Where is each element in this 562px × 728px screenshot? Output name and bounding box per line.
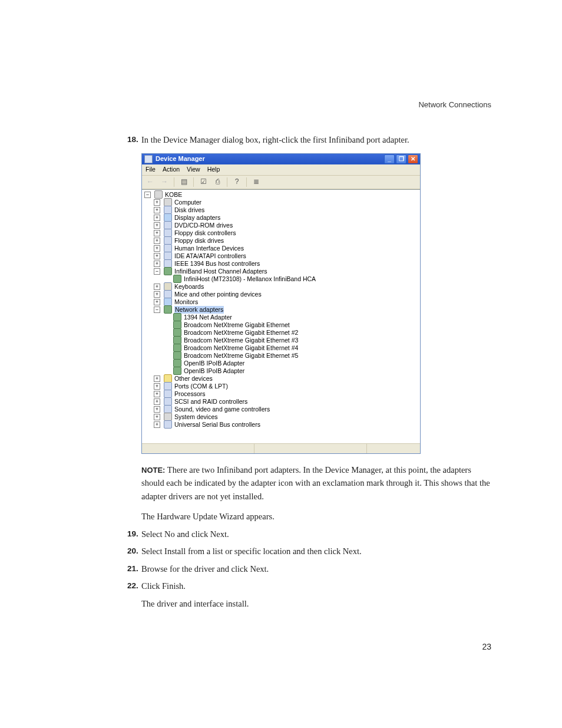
- step-22-text: Click Finish.: [141, 581, 186, 591]
- label: Monitors: [174, 298, 198, 306]
- label: OpenIB IPoIB Adapter: [184, 367, 244, 375]
- ieee1394-icon: [164, 259, 172, 268]
- nav-back-icon[interactable]: ←: [144, 176, 156, 188]
- label: System devices: [174, 413, 218, 421]
- tree-item-other-devices[interactable]: +Other devices: [154, 375, 420, 383]
- label: InfiniHost (MT23108) - Mellanox InfiniBa…: [184, 275, 316, 283]
- tree-item-broadcom-2[interactable]: Broadcom NetXtreme Gigabit Ethernet #2: [163, 329, 420, 337]
- menu-action[interactable]: Action: [163, 165, 180, 173]
- tree-item-usb[interactable]: +Universal Serial Bus controllers: [154, 421, 420, 429]
- step-20-text: Select Install from a list or specific l…: [141, 546, 362, 556]
- expand-icon[interactable]: +: [154, 199, 160, 206]
- tree-item-system-devices[interactable]: +System devices: [154, 413, 420, 421]
- tree-item-mice[interactable]: +Mice and other pointing devices: [154, 291, 420, 298]
- print-icon[interactable]: ⎙: [211, 176, 223, 188]
- scan-hardware-icon[interactable]: ≣: [250, 176, 262, 188]
- label: Sound, video and game controllers: [174, 406, 270, 413]
- tree-item-ieee1394[interactable]: +IEEE 1394 Bus host controllers: [154, 260, 420, 268]
- expand-icon[interactable]: +: [154, 222, 160, 229]
- expand-icon[interactable]: +: [154, 238, 160, 244]
- tree-item-broadcom-5[interactable]: Broadcom NetXtreme Gigabit Ethernet #5: [163, 352, 420, 360]
- toolbar-separator: [246, 177, 247, 187]
- tree-item-disk-drives[interactable]: +Disk drives: [154, 206, 420, 214]
- expand-icon[interactable]: +: [154, 421, 160, 428]
- label: Floppy disk drives: [174, 237, 224, 245]
- device-tree-pane: − KOBE +Computer +Disk drives +Display a…: [142, 189, 420, 443]
- expand-icon[interactable]: +: [154, 215, 160, 221]
- window-titlebar[interactable]: Device Manager _ ❐ ✕: [142, 154, 420, 164]
- running-header: Network Connections: [418, 100, 491, 109]
- menu-view[interactable]: View: [187, 165, 200, 173]
- tree-item-scsi[interactable]: +SCSI and RAID controllers: [154, 398, 420, 406]
- nav-forward-icon[interactable]: →: [158, 176, 170, 188]
- menu-help[interactable]: Help: [207, 165, 220, 173]
- show-hide-tree-icon[interactable]: ▤: [178, 176, 190, 188]
- expand-icon[interactable]: +: [154, 261, 160, 267]
- note-block: NOTE: There are two Infiniband port adap…: [141, 463, 491, 503]
- label: Mice and other pointing devices: [174, 291, 262, 298]
- expand-icon[interactable]: +: [154, 398, 160, 405]
- ports-icon: [164, 382, 172, 390]
- tree-root[interactable]: − KOBE: [144, 191, 420, 199]
- usb-icon: [164, 420, 172, 429]
- tree-item-floppy[interactable]: +Floppy disk drives: [154, 237, 420, 245]
- tree-item-display-adapters[interactable]: +Display adapters: [154, 214, 420, 222]
- tree-item-processors[interactable]: +Processors: [154, 390, 420, 398]
- tree-item-broadcom-4[interactable]: Broadcom NetXtreme Gigabit Ethernet #4: [163, 344, 420, 352]
- tree-item-infinihost[interactable]: InfiniHost (MT23108) - Mellanox InfiniBa…: [163, 275, 420, 283]
- expand-blank: [163, 314, 170, 321]
- expand-icon[interactable]: +: [154, 414, 160, 420]
- collapse-icon[interactable]: −: [144, 192, 151, 198]
- tree-item-floppy-ctrl[interactable]: +Floppy disk controllers: [154, 229, 420, 237]
- adapter-icon: [173, 359, 181, 367]
- tree-item-hid[interactable]: +Human Interface Devices: [154, 245, 420, 252]
- tree-item-ide[interactable]: +IDE ATA/ATAPI controllers: [154, 252, 420, 260]
- step-19: 19. Select No and click Next.: [127, 529, 491, 541]
- label: OpenIB IPoIB Adapter: [184, 360, 244, 367]
- expand-icon[interactable]: +: [154, 375, 160, 382]
- tree-item-keyboards[interactable]: +Keyboards: [154, 283, 420, 291]
- expand-icon[interactable]: +: [154, 284, 160, 290]
- expand-icon[interactable]: +: [154, 299, 160, 305]
- tree-item-sound[interactable]: +Sound, video and game controllers: [154, 406, 420, 413]
- tree-item-ports[interactable]: +Ports (COM & LPT): [154, 383, 420, 390]
- expand-icon[interactable]: +: [154, 383, 160, 390]
- close-button[interactable]: ✕: [408, 154, 418, 164]
- tree-item-openib-1[interactable]: OpenIB IPoIB Adapter: [163, 360, 420, 367]
- expand-icon[interactable]: +: [154, 406, 160, 413]
- note-label: NOTE:: [141, 466, 165, 475]
- label: Broadcom NetXtreme Gigabit Ethernet #5: [184, 352, 298, 360]
- expand-icon[interactable]: +: [154, 391, 160, 397]
- label: SCSI and RAID controllers: [174, 398, 247, 406]
- tree-item-computer[interactable]: +Computer: [154, 199, 420, 206]
- paragraph-install: The driver and interface install.: [141, 598, 491, 610]
- tree-item-1394-net[interactable]: 1394 Net Adapter: [163, 314, 420, 321]
- help-icon[interactable]: ?: [231, 176, 243, 188]
- menu-file[interactable]: File: [146, 165, 156, 173]
- label: Human Interface Devices: [174, 245, 244, 252]
- tree-item-openib-2[interactable]: OpenIB IPoIB Adapter: [163, 367, 420, 375]
- label: Floppy disk controllers: [174, 229, 236, 237]
- expand-icon[interactable]: +: [154, 291, 160, 298]
- tree-item-broadcom-3[interactable]: Broadcom NetXtreme Gigabit Ethernet #3: [163, 337, 420, 344]
- tree-item-dvd[interactable]: +DVD/CD-ROM drives: [154, 222, 420, 229]
- tree-item-broadcom-1[interactable]: Broadcom NetXtreme Gigabit Ethernet: [163, 321, 420, 329]
- label: 1394 Net Adapter: [184, 314, 232, 321]
- expand-icon[interactable]: +: [154, 245, 160, 252]
- tree-item-monitors[interactable]: +Monitors: [154, 298, 420, 306]
- adapter-icon: [173, 313, 181, 321]
- tree-item-network-adapters[interactable]: −Network adapters: [154, 306, 420, 314]
- minimize-button[interactable]: _: [384, 154, 395, 164]
- expand-blank: [163, 353, 170, 359]
- label: Computer: [174, 199, 201, 206]
- label: Disk drives: [174, 206, 204, 214]
- tree-item-infiniband-hca[interactable]: −InfiniBand Host Channel Adapters: [154, 268, 420, 275]
- collapse-icon[interactable]: −: [154, 307, 160, 313]
- expand-blank: [163, 330, 170, 336]
- maximize-button[interactable]: ❐: [396, 154, 406, 164]
- expand-icon[interactable]: +: [154, 207, 160, 213]
- expand-icon[interactable]: +: [154, 253, 160, 259]
- properties-icon[interactable]: ☑: [197, 176, 209, 188]
- expand-icon[interactable]: +: [154, 230, 160, 236]
- collapse-icon[interactable]: −: [154, 268, 160, 275]
